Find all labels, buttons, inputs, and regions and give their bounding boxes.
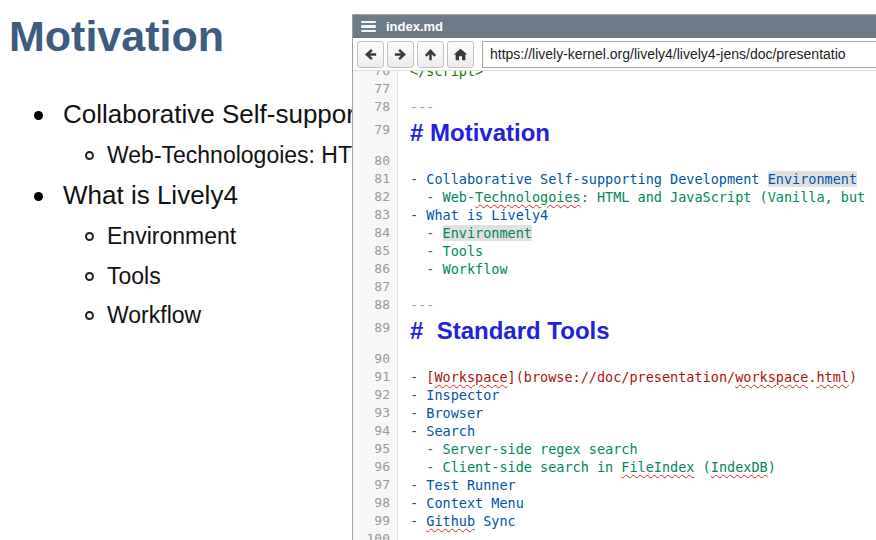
line-number: 85 <box>353 242 398 260</box>
code-line-text[interactable]: - Browser <box>398 404 876 422</box>
window-titlebar[interactable]: index.md <box>353 15 876 38</box>
code-token: Environment <box>443 225 532 241</box>
code-line-text[interactable]: - Context Menu <box>398 494 876 512</box>
code-line[interactable]: 96 - Client-side search in FileIndex (In… <box>353 458 876 476</box>
code-line-text[interactable]: - Inspector <box>398 386 876 404</box>
hollow-bullet-icon <box>85 272 94 281</box>
code-line[interactable]: 83- What is Lively4 <box>353 206 876 224</box>
code-line-text[interactable]: - Test Runner <box>398 476 876 494</box>
code-line-text[interactable]: - Collaborative Self-supporting Developm… <box>398 170 876 188</box>
code-line[interactable]: 82 - Web-Technologoies: HTML and JavaScr… <box>353 188 876 206</box>
up-button[interactable] <box>417 41 444 68</box>
code-editor[interactable]: 76</script>7778---79# Motivation8081- Co… <box>353 71 876 540</box>
code-line-text[interactable]: - What is Lively4 <box>398 206 876 224</box>
line-number: 90 <box>353 350 398 368</box>
code-token: - Test Runner <box>410 477 516 493</box>
code-token: - <box>410 513 426 529</box>
code-token: ( <box>694 459 710 475</box>
code-line-text[interactable] <box>398 530 876 540</box>
code-token: html <box>816 369 849 385</box>
code-line-text[interactable]: </script> <box>398 71 876 80</box>
line-number: 84 <box>353 224 398 242</box>
forward-arrow-icon <box>393 47 408 62</box>
code-line[interactable]: 90 <box>353 350 876 368</box>
code-line[interactable]: 93- Browser <box>353 404 876 422</box>
up-arrow-icon <box>423 47 438 62</box>
code-line[interactable]: 99- Github Sync <box>353 512 876 530</box>
code-token: Workspace <box>434 369 507 385</box>
code-line[interactable]: 91- [Workspace](browse://doc/presentatio… <box>353 368 876 386</box>
home-icon <box>453 47 468 62</box>
code-line[interactable]: 81- Collaborative Self-supporting Develo… <box>353 170 876 188</box>
code-line-text[interactable]: - Client-side search in FileIndex (Index… <box>398 458 876 476</box>
code-line[interactable]: 95 - Server-side regex search <box>353 440 876 458</box>
code-line[interactable]: 100 <box>353 530 876 540</box>
line-number: 81 <box>353 170 398 188</box>
code-token: - Context Menu <box>410 495 524 511</box>
code-line[interactable]: 88--- <box>353 296 876 314</box>
code-line-text[interactable] <box>398 350 876 368</box>
code-token: - Browser <box>410 405 483 421</box>
code-line-text[interactable]: - Workflow <box>398 260 876 278</box>
line-number: 86 <box>353 260 398 278</box>
code-line-text[interactable]: - Github Sync <box>398 512 876 530</box>
code-line[interactable]: 78--- <box>353 98 876 116</box>
line-number: 94 <box>353 422 398 440</box>
hollow-bullet-icon <box>85 311 94 320</box>
code-line-text[interactable]: - Environment <box>398 224 876 242</box>
code-line-text[interactable]: --- <box>398 98 876 116</box>
code-line[interactable]: 86 - Workflow <box>353 260 876 278</box>
code-line[interactable]: 98- Context Menu <box>353 494 876 512</box>
code-token: - Search <box>410 423 475 439</box>
filled-bullet-icon <box>34 111 43 120</box>
line-number: 83 <box>353 206 398 224</box>
code-token: # Motivation <box>410 119 550 146</box>
code-line-text[interactable]: - Server-side regex search <box>398 440 876 458</box>
navigation-toolbar <box>353 38 876 71</box>
code-token: --- <box>410 297 434 313</box>
code-line[interactable]: 79# Motivation <box>353 116 876 152</box>
code-line-text[interactable]: - Web-Technologoies: HTML and JavaScript… <box>398 188 876 206</box>
code-line[interactable]: 77 <box>353 80 876 98</box>
line-number: 97 <box>353 476 398 494</box>
code-line[interactable]: 89# Standard Tools <box>353 314 876 350</box>
code-line[interactable]: 85 - Tools <box>353 242 876 260</box>
back-button[interactable] <box>357 41 384 68</box>
code-line-text[interactable]: --- <box>398 296 876 314</box>
code-line-text[interactable]: # Standard Tools <box>398 314 876 350</box>
hamburger-icon[interactable] <box>361 21 376 32</box>
slide-bullet-text: Tools <box>107 263 161 289</box>
forward-button[interactable] <box>387 41 414 68</box>
code-line[interactable]: 97- Test Runner <box>353 476 876 494</box>
code-token: ) <box>849 369 857 385</box>
code-line[interactable]: 94- Search <box>353 422 876 440</box>
code-token: Github <box>426 513 475 529</box>
line-number: 79 <box>353 116 398 152</box>
back-arrow-icon <box>363 47 378 62</box>
home-button[interactable] <box>447 41 474 68</box>
code-line[interactable]: 76</script> <box>353 71 876 80</box>
code-line[interactable]: 80 <box>353 152 876 170</box>
line-number: 88 <box>353 296 398 314</box>
code-token: Technologoies <box>475 189 581 205</box>
code-token: - <box>410 369 426 385</box>
code-token: - Workflow <box>410 261 508 277</box>
code-line[interactable]: 84 - Environment <box>353 224 876 242</box>
code-line-text[interactable] <box>398 278 876 296</box>
code-line-text[interactable]: - [Workspace](browse://doc/presentation/… <box>398 368 876 386</box>
code-line-text[interactable] <box>398 80 876 98</box>
code-line-text[interactable]: # Motivation <box>398 116 876 152</box>
editor-window: index.md 76</script>7778---79# Motivatio <box>352 14 876 540</box>
code-token: - Web- <box>410 189 475 205</box>
url-input[interactable] <box>482 41 876 68</box>
code-line[interactable]: 92- Inspector <box>353 386 876 404</box>
code-token: --- <box>410 99 434 115</box>
code-token: ) <box>768 459 776 475</box>
line-number: 76 <box>353 71 398 80</box>
code-line-text[interactable]: - Tools <box>398 242 876 260</box>
code-line-text[interactable]: - Search <box>398 422 876 440</box>
code-token: - Client-side search in <box>410 459 621 475</box>
filled-bullet-icon <box>34 192 43 201</box>
code-line-text[interactable] <box>398 152 876 170</box>
code-line[interactable]: 87 <box>353 278 876 296</box>
